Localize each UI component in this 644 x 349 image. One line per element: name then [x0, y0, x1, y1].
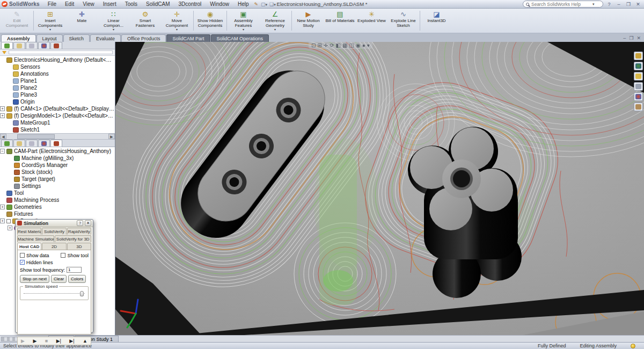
help-search-box[interactable]: ▾	[523, 1, 603, 8]
tree-item-sensors[interactable]: Sensors	[0, 63, 115, 70]
cam-item-tool[interactable]: Tool	[0, 190, 115, 197]
dropdown-caret-icon[interactable]: ▾	[176, 28, 178, 31]
clear-button[interactable]: Clear	[51, 275, 67, 283]
show-data-checkbox-row[interactable]: Show data	[20, 252, 49, 259]
dropdown-caret-icon[interactable]: ▾	[49, 28, 51, 31]
menu-help[interactable]: Help	[234, 1, 253, 8]
quick-tips-icon[interactable]	[631, 344, 635, 348]
appearances-icon[interactable]: ●	[362, 42, 365, 48]
scroll-right-arrow-icon[interactable]: ▶	[108, 134, 115, 139]
search-input[interactable]	[531, 2, 590, 7]
displaymanager-tab[interactable]	[50, 42, 62, 49]
doc-minimize-icon[interactable]: –	[623, 35, 626, 41]
dropdown-caret-icon[interactable]: ▾	[274, 28, 276, 31]
doc-restore-icon[interactable]: ❐	[629, 35, 633, 41]
show-hidden-components-button[interactable]: ◉ Show Hidden Components	[194, 9, 226, 32]
mate-button[interactable]: ✚ Mate	[66, 9, 98, 32]
cam-propertymanager-tab[interactable]	[13, 140, 25, 147]
single-step-button[interactable]: ▶	[21, 338, 25, 344]
tab-evaluate[interactable]: Evaluate	[90, 34, 121, 42]
expand-icon[interactable]: +	[0, 106, 5, 111]
tree-item-plane2[interactable]: Plane2	[0, 84, 115, 91]
tab-rest-material[interactable]: Rest Material	[17, 228, 41, 235]
view-orientation-icon[interactable]: ▦	[342, 42, 347, 48]
display-style-icon[interactable]: ◫	[349, 42, 354, 48]
dialog-help-button[interactable]: ?	[77, 220, 83, 226]
rotate-view-icon[interactable]: ⟳	[330, 42, 334, 48]
search-dropdown-icon[interactable]: ▾	[592, 2, 595, 6]
tab-office-products[interactable]: Office Products	[121, 34, 166, 42]
close-button[interactable]: ✕	[634, 2, 642, 7]
pencil-sketch-icon[interactable]: ✎	[253, 2, 260, 7]
expand-icon[interactable]: +	[8, 226, 12, 230]
tab-solidverify[interactable]: SolidVerify	[42, 228, 66, 235]
move-component-button[interactable]: ✛ Move Component ▾	[161, 9, 193, 32]
tree-item-assembly-root[interactable]: ElectronicsHousing_Anthony (Default<Disp…	[0, 56, 115, 63]
menu-window[interactable]: Window	[206, 1, 233, 8]
show-tool-checkbox-row[interactable]: Show tool	[61, 252, 89, 259]
colors-button[interactable]: Colors	[68, 275, 86, 283]
tab-3d[interactable]: 3D	[67, 243, 91, 250]
slider-handle[interactable]	[80, 291, 84, 296]
filter-funnel-icon[interactable]	[2, 51, 6, 54]
expand-icon[interactable]: +	[0, 205, 5, 209]
cam-item-coordsys[interactable]: CoordSys Manager	[0, 162, 115, 169]
restore-button[interactable]: ❐	[625, 2, 632, 7]
propertymanager-tab[interactable]	[13, 42, 25, 49]
cam-item-geometries[interactable]: +Geometries	[0, 203, 115, 210]
tree-item-plane1[interactable]: Plane1	[0, 77, 115, 84]
show-data-checkbox[interactable]	[20, 253, 25, 258]
go-to-end-button[interactable]: ▶|	[69, 338, 74, 344]
hidden-lines-checkbox[interactable]: ✓	[20, 260, 25, 265]
expand-icon[interactable]: +	[0, 219, 5, 223]
cam-displaymanager-tab[interactable]	[38, 140, 50, 147]
solidcam-manager-tab[interactable]	[50, 140, 62, 147]
explode-line-sketch-button[interactable]: ∿ Explode Line Sketch	[387, 9, 419, 32]
menu-insert[interactable]: Insert	[99, 1, 120, 8]
tab-host-cad[interactable]: Host CAD	[17, 243, 41, 250]
tab-sketch[interactable]: Sketch	[63, 34, 90, 42]
cam-item-campart[interactable]: −CAM-Part (ElectronicsHousing_Anthony)	[0, 148, 115, 155]
linear-component-button[interactable]: ∷ Linear Compon... ▾	[98, 9, 129, 32]
tree-item-plane3[interactable]: Plane3	[0, 91, 115, 98]
scene-dropdown-icon[interactable]: ▾	[367, 42, 370, 48]
stop-on-next-button[interactable]: Stop on next	[20, 275, 49, 283]
eject-button[interactable]: ▲	[83, 338, 87, 344]
minimize-button[interactable]: –	[615, 2, 623, 7]
tool-frequency-input[interactable]	[67, 267, 82, 273]
tree-item-cam-part[interactable]: +(f) CAM<1> (Default<<Default>_Display S…	[0, 105, 115, 112]
cam-strip-tool-icon[interactable]	[634, 52, 643, 60]
cam-configurationmanager-tab[interactable]	[26, 140, 38, 147]
expand-icon[interactable]: +	[0, 113, 5, 118]
cam-item-machining-process[interactable]: Machining Process	[0, 197, 115, 203]
menu-3dcontrol[interactable]: 3Dcontrol	[175, 1, 206, 8]
pan-icon[interactable]: ✛	[324, 42, 328, 48]
hide-show-items-icon[interactable]: ◉	[356, 42, 361, 48]
zoom-area-icon[interactable]: ⊞	[317, 42, 321, 48]
dropdown-caret-icon[interactable]: ▾	[243, 28, 244, 31]
tab-assembly[interactable]: Assembly	[1, 34, 36, 42]
open-document-icon[interactable]: ❏▾	[268, 2, 277, 7]
cam-strip-simulate-icon[interactable]	[634, 62, 643, 70]
reference-geometry-button[interactable]: ∠ Reference Geometry ▾	[259, 9, 291, 32]
new-motion-study-button[interactable]: ▶ New Motion Study	[292, 9, 324, 32]
tree-item-mategroup1[interactable]: MateGroup1	[0, 119, 115, 126]
new-document-icon[interactable]: ▢▾	[260, 2, 268, 7]
assembly-features-button[interactable]: ▣ Assembly Features ▾	[228, 9, 259, 32]
zoom-fit-icon[interactable]: ⊡	[311, 42, 316, 48]
simulation-dialog[interactable]: Simulation ? ✕ Rest Material SolidVerify…	[15, 219, 93, 333]
graphics-viewport[interactable]: ⊡ ⊞ ✛ ⟳ ◧ ▦ ◫ ◉ ● ▾	[115, 42, 644, 335]
cam-featuremanager-tab[interactable]	[1, 140, 13, 147]
simulation-speed-slider[interactable]	[23, 291, 86, 296]
show-tool-checkbox[interactable]	[61, 253, 65, 258]
cam-strip-machine-icon[interactable]	[634, 82, 643, 91]
dimxpertmanager-tab[interactable]	[38, 42, 50, 49]
tree-item-annotations[interactable]: Annotations	[0, 70, 115, 77]
tree-item-designmodel[interactable]: +(f) DesignModel<1> (Default<<Default>_D…	[0, 112, 115, 119]
menu-edit[interactable]: Edit	[61, 1, 78, 8]
cam-strip-folder-icon[interactable]	[634, 72, 643, 81]
cam-item-target[interactable]: Target (target)	[0, 176, 115, 183]
cam-item-fixtures[interactable]: Fixtures	[0, 210, 115, 217]
tab-solidverify-3d[interactable]: SolidVerify for 3D	[55, 235, 92, 242]
play-button[interactable]: ▶	[33, 338, 36, 344]
